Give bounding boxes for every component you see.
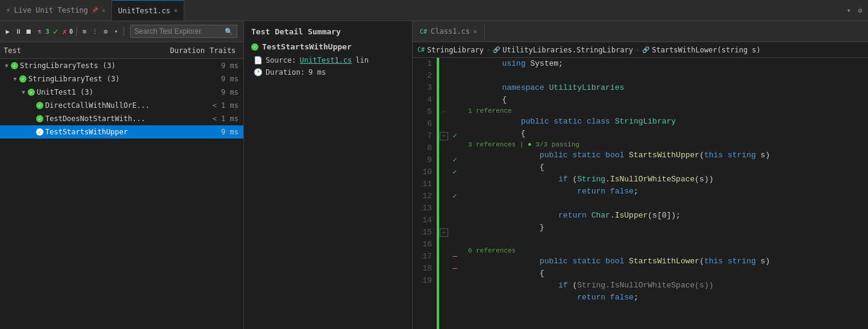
ind-8 xyxy=(449,142,461,154)
code-line-14 xyxy=(464,234,868,246)
ln-13: 13 xyxy=(413,202,432,215)
breadcrumb-bar: C# StringLibrary › 🔗 UtilityLibraries.St… xyxy=(413,42,868,58)
breadcrumb-class[interactable]: StringLibrary xyxy=(427,46,484,54)
source-link[interactable]: UnitTest1.cs xyxy=(300,56,352,64)
col-header-duration: Duration xyxy=(161,46,210,55)
col-3 xyxy=(439,82,449,94)
ln-1: 1 xyxy=(413,58,432,70)
ln-19: 19 xyxy=(413,275,432,287)
ln-14: 14 xyxy=(413,215,432,227)
tree-item-root[interactable]: ▼ ✓ StringLibraryTests (3) 9 ms xyxy=(0,59,243,72)
ind-17: — xyxy=(449,251,461,263)
code-line-9: if (String.IsNullOrWhiteSpace(s)) xyxy=(464,174,868,186)
code-lines: using System; namespace UtilityLibraries… xyxy=(461,58,868,329)
toolbar-sep1 xyxy=(76,27,77,36)
ind-3 xyxy=(449,82,461,94)
col-2 xyxy=(439,70,449,82)
breadcrumb-sep1: › xyxy=(486,46,490,54)
ln-7: 7 xyxy=(413,130,432,142)
code-line-5: public static class StringLibrary xyxy=(464,116,868,128)
ind-15 xyxy=(449,227,461,239)
close-unittest1-tab[interactable]: × xyxy=(174,7,178,14)
stop-btn[interactable]: ⏹ xyxy=(25,25,33,38)
ref-text-7: 3 references | ● 3/3 passing xyxy=(468,139,579,151)
col-14 xyxy=(439,215,449,227)
ln-8: 8 xyxy=(413,142,432,154)
ind-13 xyxy=(449,202,461,215)
ind-19 xyxy=(449,275,461,287)
ind-10: ✓ xyxy=(449,166,461,178)
close-live-unit-tab[interactable]: × xyxy=(102,7,105,14)
tab-settings-btn[interactable]: ⚙ xyxy=(855,5,864,16)
tree-item-t2[interactable]: ✓ TestDoesNotStartWith... < 1 ms xyxy=(0,112,243,125)
search-icon: 🔍 xyxy=(225,28,233,36)
editor-tab-class1[interactable]: C# Class1.cs × xyxy=(413,21,485,42)
code-line-1: using System; xyxy=(464,58,868,70)
code-line-13: } xyxy=(464,222,868,234)
flask-icon: ⚗ xyxy=(35,25,43,38)
main-layout: ▶ ⏸ ⏹ ⚗ 3 ✓ ✗ 0 ≡ ⋮ ⚙ ▾ 🔍 Test Duration … xyxy=(0,21,868,329)
col-9 xyxy=(439,154,449,166)
hierarchy-btn[interactable]: ⋮ xyxy=(91,25,99,38)
code-line-12: return Char.IsUpper(s[0]); xyxy=(464,210,868,222)
item-name-t3: TestStartsWithUpper xyxy=(43,128,207,136)
close-class1-tab[interactable]: × xyxy=(473,28,477,35)
col-7[interactable]: ─ xyxy=(439,130,449,142)
fold-7[interactable]: ─ xyxy=(440,132,448,140)
tab-live-unit-testing[interactable]: ⚡ Live Unit Testing 📌 × xyxy=(0,0,112,20)
ref-info-7: 3 references | ● 3/3 passing xyxy=(464,140,868,149)
ind-12: ✓ xyxy=(449,190,461,202)
pass-check-10: ✓ xyxy=(452,166,457,178)
duration-value: 9 ms xyxy=(308,68,326,77)
item-duration-l2: 9 ms xyxy=(207,88,243,96)
code-line-6: { xyxy=(464,128,868,140)
ln-16: 16 xyxy=(413,239,432,251)
fold-15[interactable]: ─ xyxy=(440,228,448,237)
detail-duration-row: 🕐 Duration: 9 ms xyxy=(251,68,405,77)
pass-count: 3 xyxy=(46,28,49,35)
col-11 xyxy=(439,178,449,190)
status-t1: ✓ xyxy=(36,102,43,109)
settings-dropdown-btn[interactable]: ▾ xyxy=(112,25,120,38)
tree-item-l2[interactable]: ▼ ✓ UnitTest1 (3) 9 ms xyxy=(0,86,243,99)
tab-dropdown-btn[interactable]: ▾ xyxy=(845,5,854,16)
fail-dash-18: — xyxy=(452,263,457,275)
detail-source-row: 📄 Source: UnitTest1.cs lin xyxy=(251,56,405,64)
col-17 xyxy=(439,251,449,263)
ln-3: 3 xyxy=(413,82,432,94)
breadcrumb-method[interactable]: StartsWithLower(string s) xyxy=(652,46,761,54)
source-suffix: lin xyxy=(355,56,369,64)
item-duration-root: 9 ms xyxy=(207,61,243,70)
ln-11: 11 xyxy=(413,178,432,190)
item-name-t2: TestDoesNotStartWith... xyxy=(43,114,207,123)
duration-label: Duration: xyxy=(266,68,305,77)
search-input[interactable] xyxy=(134,27,225,36)
pause-btn[interactable]: ⏸ xyxy=(14,25,22,38)
te-column-headers: Test Duration Traits xyxy=(0,42,243,59)
breadcrumb-namespace[interactable]: UtilityLibraries.StringLibrary xyxy=(502,46,633,54)
tree-item-t1[interactable]: ✓ DirectCallWithNullOrE... < 1 ms xyxy=(0,99,243,112)
code-line-18: return false; xyxy=(464,292,868,304)
ind-11 xyxy=(449,178,461,190)
play-btn[interactable]: ▶ xyxy=(4,25,11,38)
search-bar: 🔍 xyxy=(130,25,237,38)
tree-item-t3[interactable]: ✓ TestStartsWithUpper 9 ms xyxy=(0,125,243,139)
settings-btn[interactable]: ⚙ xyxy=(102,25,110,38)
item-name-t1: DirectCallWithNullOrE... xyxy=(43,101,207,110)
breadcrumb-class-icon: C# xyxy=(417,46,425,53)
ln-17: 17 xyxy=(413,251,432,263)
item-name-root: StringLibraryTests (3) xyxy=(18,61,207,70)
group-by-btn[interactable]: ≡ xyxy=(81,25,89,38)
ind-14 xyxy=(449,215,461,227)
tree-item-l1[interactable]: ▼ ✓ StringLibraryTest (3) 9 ms xyxy=(0,72,243,86)
tab-unittest1[interactable]: UnitTest1.cs × xyxy=(112,0,184,20)
tab-pin-icon: 📌 xyxy=(92,7,98,13)
test-explorer-toolbar: ▶ ⏸ ⏹ ⚗ 3 ✓ ✗ 0 ≡ ⋮ ⚙ ▾ 🔍 xyxy=(0,21,243,42)
ind-2 xyxy=(449,70,461,82)
tab-live-label: Live Unit Testing xyxy=(14,6,88,14)
chevron-root: ▼ xyxy=(2,63,11,69)
code-line-2 xyxy=(464,70,868,82)
col-15[interactable]: ─ xyxy=(439,227,449,239)
ind-16 xyxy=(449,239,461,251)
ln-12: 12 xyxy=(413,190,432,202)
